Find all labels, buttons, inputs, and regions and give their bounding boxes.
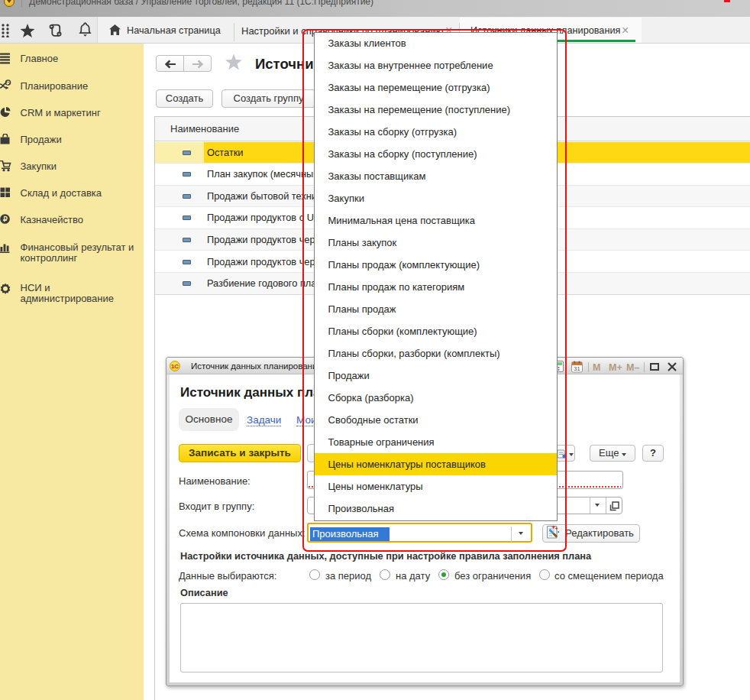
svg-text:₽: ₽ bbox=[3, 216, 8, 223]
svg-text:31: 31 bbox=[574, 365, 580, 372]
